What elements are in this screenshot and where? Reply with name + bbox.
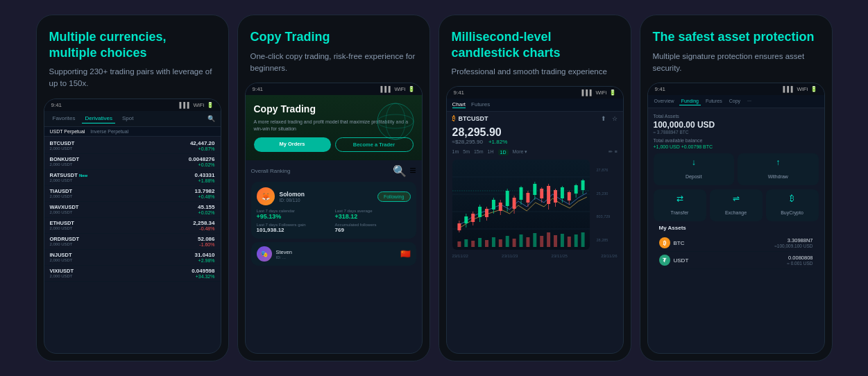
transfer-button[interactable]: ⇄ Transfer [654, 189, 706, 221]
status-icons-2: ▌▌▌ WiFi 🔋 [380, 86, 414, 92]
svg-rect-31 [533, 184, 536, 195]
table-row: TIAUSDT2,000 USDT 13.7982+0.48% [44, 186, 221, 202]
trader-id: ID: 08/110 [280, 198, 377, 203]
svg-rect-9 [457, 223, 461, 230]
battery-icon-2: 🔋 [408, 86, 415, 92]
battery-icon-3: 🔋 [609, 89, 616, 96]
type-inverse-perp[interactable]: Inverse Perpetual [90, 129, 128, 134]
exchange-icon: ⇌ [714, 194, 758, 203]
my-assets-title: My Assets [659, 225, 813, 231]
svg-rect-59 [540, 236, 543, 247]
status-icons-4: ▌▌▌ WiFi 🔋 [783, 86, 817, 92]
svg-rect-11 [464, 216, 468, 223]
search-icon[interactable]: 🔍 [207, 115, 215, 122]
svg-rect-33 [540, 189, 543, 198]
btc-amount: 3.30988N7 [774, 237, 812, 243]
chart-pair-row: ₿ BTCUSDT ⬆ ☆ [447, 112, 623, 125]
svg-rect-23 [505, 191, 509, 206]
chart-tools[interactable]: ✏ ≡ [609, 149, 617, 155]
filter-ranking-icon[interactable]: ≡ [409, 164, 416, 178]
copy-hero: Copy Trading A more relaxed trading and … [246, 95, 422, 160]
transfer-label: Transfer [671, 210, 689, 215]
trader-info-solomon: Solomon ID: 08/110 [280, 191, 377, 203]
card-title-4: The safest asset protection [653, 29, 819, 45]
wifi-icon-2: WiFi [395, 86, 406, 92]
chart-price-section: 28,295.90 ≈$28,295.90 +1.82% [447, 125, 623, 148]
card-currencies: Multiple currencies, multiple choices Su… [36, 15, 229, 361]
tf-1m[interactable]: 1m [452, 149, 459, 155]
tab-copy[interactable]: Copy [727, 97, 742, 105]
phone-mockup-4: 9:41 ▌▌▌ WiFi 🔋 Overview Funding Futures… [647, 83, 825, 354]
star-icon[interactable]: ☆ [612, 115, 618, 122]
svg-rect-43 [574, 185, 577, 194]
phone-status-2: 9:41 ▌▌▌ WiFi 🔋 [246, 83, 422, 95]
svg-rect-17 [485, 209, 488, 217]
tf-1h[interactable]: 1H [488, 149, 494, 155]
tab-futures[interactable]: Futures [704, 97, 724, 105]
exchange-button[interactable]: ⇌ Exchange [710, 189, 763, 221]
status-time-1: 9:41 [51, 102, 62, 108]
usdt-amount: 0.0080808 [787, 255, 812, 261]
table-row: BONKUSDT2,000 USDT 0.0048276+0.02% [44, 154, 221, 170]
svg-rect-58 [533, 233, 536, 247]
table-row: BTCUSDT2,000 USDT 42,447.20+0.87% [44, 138, 221, 154]
tab-more[interactable]: ··· [745, 97, 754, 105]
svg-rect-54 [505, 236, 509, 247]
balance-row: Total available balance +1,000 USD +0.00… [654, 138, 819, 149]
type-usdt-perp[interactable]: USDT Perpetual [50, 129, 85, 134]
exchange-label: Exchange [725, 210, 747, 215]
svg-rect-51 [485, 240, 488, 247]
svg-rect-55 [512, 239, 516, 247]
asset-left-btc: ₿ BTC [659, 237, 685, 248]
buy-crypto-button[interactable]: ₿ BuyCrypto [766, 189, 819, 221]
stat-7d-label: Last 7 days calendar+95.13% [257, 209, 332, 220]
trader-card-steven: 🎭 Steven ID: ... 🇨🇳 [251, 242, 416, 266]
svg-rect-61 [554, 235, 557, 247]
ranking-icons: 🔍 ≡ [393, 164, 416, 178]
tf-5m[interactable]: 5m [463, 149, 470, 155]
nav-futures[interactable]: Futures [471, 101, 490, 108]
phone-mockup-3: 9:41 ▌▌▌ WiFi 🔋 Chart Futures ₿ BTCUSDT … [446, 86, 624, 354]
withdraw-button[interactable]: ↑ Withdraw [738, 153, 819, 185]
action-grid-top: ↓ Deposit ↑ Withdraw [654, 153, 819, 185]
table-row: ETHUSDT2,000 USDT 2,258.34-0.48% [44, 218, 221, 234]
svg-rect-29 [526, 193, 529, 203]
pair-type-row: USDT Perpetual Inverse Perpetual [44, 127, 221, 137]
tf-more[interactable]: More ▾ [513, 149, 528, 155]
svg-rect-63 [567, 237, 570, 247]
nav-favorites[interactable]: Favorites [50, 114, 78, 123]
svg-rect-57 [526, 237, 529, 247]
card-header-4: The safest asset protection Multiple sig… [640, 15, 832, 83]
follow-button[interactable]: Following [377, 191, 411, 202]
tab-overview[interactable]: Overview [652, 97, 676, 105]
search-ranking-icon[interactable]: 🔍 [393, 164, 407, 178]
card-title-1: Multiple currencies, multiple choices [49, 29, 216, 60]
tab-funding[interactable]: Funding [679, 97, 701, 105]
nav-chart[interactable]: Chart [452, 101, 466, 108]
svg-rect-60 [547, 232, 550, 247]
chart-svg [452, 160, 590, 250]
ranking-title: Overall Ranking [251, 168, 291, 174]
tf-15m[interactable]: 15m [474, 149, 484, 155]
table-row: WAVXUSDT2,000 USDT 45.155+0.02% [44, 202, 221, 218]
table-row: RATSUSDT New2,000 USDT 0.43331+1.88% [44, 170, 221, 186]
share-icon[interactable]: ⬆ [601, 115, 606, 122]
asset-left-usdt: ₮ USDT [659, 255, 689, 266]
battery-icon: 🔋 [207, 102, 214, 108]
my-orders-button[interactable]: My Orders [254, 137, 331, 152]
nav-derivatives[interactable]: Derivatives [82, 114, 115, 123]
prev-price: ≈$28,295.90 [452, 139, 483, 145]
balance-value: +1,000 USD +0.00798 BTC [654, 144, 819, 149]
trader-id-2: ID: ... [276, 255, 396, 259]
nav-spot[interactable]: Spot [119, 114, 136, 123]
tf-1d[interactable]: 1D [498, 149, 509, 155]
svg-rect-64 [574, 234, 577, 247]
svg-rect-27 [519, 187, 522, 200]
deposit-button[interactable]: ↓ Deposit [654, 153, 735, 185]
asset-right-btc: 3.30988N7 ≈100,009.100 USD [774, 237, 812, 248]
status-time-4: 9:41 [655, 86, 666, 92]
deposit-icon: ↓ [658, 157, 731, 167]
overview-nav: Overview Funding Futures Copy ··· [648, 95, 824, 108]
action-grid-bottom: ⇄ Transfer ⇌ Exchange ₿ BuyCrypto [654, 189, 819, 221]
signal-icon-3: ▌▌▌ [581, 89, 593, 96]
